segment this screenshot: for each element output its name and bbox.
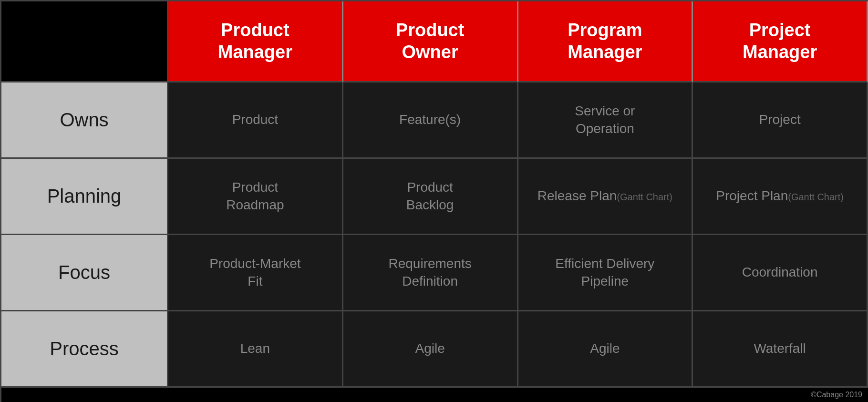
planning-project-manager: Project Plan (Gantt Chart) (693, 159, 868, 235)
row-label-process: Process (1, 311, 168, 388)
planning-product-manager: ProductRoadmap (168, 159, 343, 235)
owns-program-manager: Service orOperation (518, 82, 693, 159)
table-wrapper: ProductManager ProductOwner ProgramManag… (0, 0, 868, 402)
row-label-focus: Focus (1, 235, 168, 311)
owns-product-owner: Feature(s) (343, 82, 518, 159)
header-program-manager: ProgramManager (518, 1, 693, 82)
comparison-table: ProductManager ProductOwner ProgramManag… (0, 0, 868, 402)
process-program-manager: Agile (518, 311, 693, 388)
owns-product-manager: Product (168, 82, 343, 159)
focus-product-manager: Product-MarketFit (168, 235, 343, 311)
process-project-manager: Waterfall (693, 311, 868, 388)
process-product-manager: Lean (168, 311, 343, 388)
header-product-owner: ProductOwner (343, 1, 518, 82)
copyright-text: ©Cabage 2019 (811, 391, 862, 399)
header-empty-cell (1, 1, 168, 82)
row-label-planning: Planning (1, 159, 168, 235)
owns-project-manager: Project (693, 82, 868, 159)
focus-program-manager: Efficient DeliveryPipeline (518, 235, 693, 311)
planning-program-manager: Release Plan (Gantt Chart) (518, 159, 693, 235)
header-project-manager: ProjectManager (693, 1, 868, 82)
process-product-owner: Agile (343, 311, 518, 388)
focus-product-owner: RequirementsDefinition (343, 235, 518, 311)
header-product-manager: ProductManager (168, 1, 343, 82)
focus-project-manager: Coordination (693, 235, 868, 311)
row-label-owns: Owns (1, 82, 168, 159)
planning-product-owner: ProductBacklog (343, 159, 518, 235)
